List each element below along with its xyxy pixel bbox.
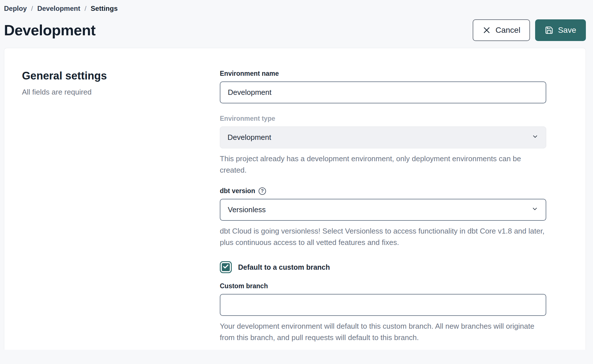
breadcrumb-item-deploy[interactable]: Deploy <box>4 5 27 13</box>
environment-type-label: Environment type <box>220 115 546 122</box>
section-subtitle: All fields are required <box>22 88 220 97</box>
custom-branch-label: Custom branch <box>220 282 546 290</box>
custom-branch-checkbox-label[interactable]: Default to a custom branch <box>238 263 330 271</box>
dbt-version-select[interactable]: Versionless <box>220 199 546 221</box>
environment-name-group: Environment name <box>220 70 546 103</box>
section-title: General settings <box>22 70 220 82</box>
chevron-down-icon <box>532 133 539 142</box>
title-row: Development Cancel Save <box>4 19 586 41</box>
settings-form: Environment name Environment type Develo… <box>220 70 546 350</box>
environment-type-select: Development <box>220 126 546 148</box>
breadcrumb-separator: / <box>31 5 33 13</box>
custom-branch-checkbox[interactable] <box>220 261 232 273</box>
page-title: Development <box>4 22 96 39</box>
custom-branch-checkbox-row: Default to a custom branch <box>220 261 546 273</box>
save-floppy-icon <box>545 26 553 34</box>
dbt-version-value: Versionless <box>228 205 266 214</box>
environment-type-group: Environment type Development This projec… <box>220 115 546 176</box>
breadcrumb-item-development[interactable]: Development <box>37 5 80 13</box>
cancel-button[interactable]: Cancel <box>473 19 530 41</box>
section-header: General settings All fields are required <box>4 70 220 350</box>
custom-branch-input[interactable] <box>220 294 546 316</box>
environment-name-label: Environment name <box>220 70 546 77</box>
dbt-version-label-text: dbt version <box>220 187 255 195</box>
breadcrumb-separator: / <box>84 5 86 13</box>
environment-type-value: Development <box>228 133 271 142</box>
dbt-version-helper: dbt Cloud is going versionless! Select V… <box>220 225 546 248</box>
header-buttons: Cancel Save <box>473 19 586 41</box>
custom-branch-group: Custom branch Your development environme… <box>220 282 546 343</box>
breadcrumb-item-settings: Settings <box>91 5 118 13</box>
dbt-version-label: dbt version ? <box>220 187 546 195</box>
general-settings-card: General settings All fields are required… <box>4 48 586 350</box>
custom-branch-helper: Your development environment will defaul… <box>220 320 546 343</box>
checkmark-icon <box>223 263 229 271</box>
page-header: Deploy / Development / Settings Developm… <box>0 0 593 41</box>
save-button-label: Save <box>558 26 576 35</box>
cancel-button-label: Cancel <box>495 26 520 35</box>
environment-name-input[interactable] <box>220 81 546 103</box>
dbt-version-group: dbt version ? Versionless dbt Cloud is g… <box>220 187 546 248</box>
environment-type-helper: This project already has a development e… <box>220 153 546 176</box>
save-button[interactable]: Save <box>535 19 586 41</box>
breadcrumb: Deploy / Development / Settings <box>4 5 586 13</box>
help-icon[interactable]: ? <box>259 187 266 195</box>
chevron-down-icon <box>531 205 538 214</box>
close-icon <box>482 26 491 34</box>
